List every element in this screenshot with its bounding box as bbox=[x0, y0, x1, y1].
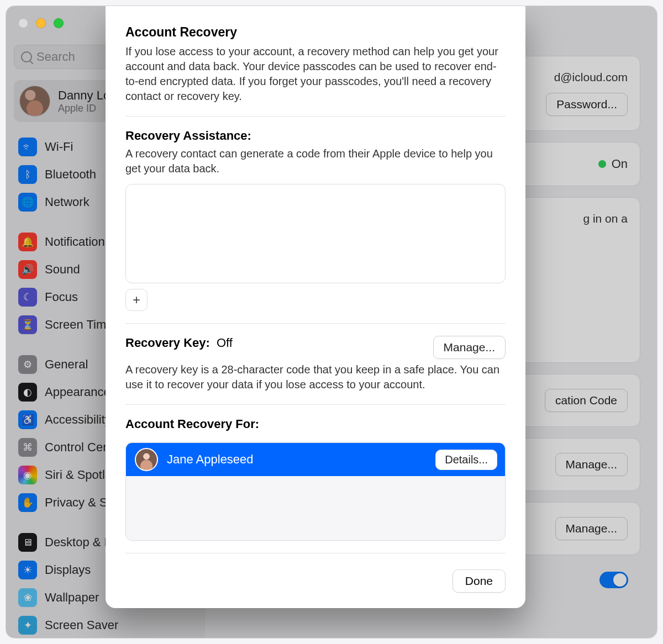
modal-body: If you lose access to your account, a re… bbox=[125, 44, 506, 104]
recovery-key-value: Off bbox=[217, 336, 233, 350]
recovery-assistance-body: A recovery contact can generate a code f… bbox=[125, 146, 506, 176]
add-recovery-contact-button[interactable]: + bbox=[125, 289, 148, 311]
account-recovery-modal: Account Recovery If you lose access to y… bbox=[106, 6, 525, 608]
divider bbox=[125, 116, 506, 117]
manage-recovery-key-button[interactable]: Manage... bbox=[433, 336, 506, 359]
recovery-key-heading: Recovery Key: Off bbox=[125, 336, 233, 350]
contact-details-button[interactable]: Details... bbox=[435, 450, 497, 470]
contact-avatar bbox=[135, 448, 158, 471]
account-recovery-for-list: Jane Appleseed Details... bbox=[125, 442, 506, 541]
minimize-window-button[interactable] bbox=[36, 18, 46, 28]
window-traffic-lights bbox=[18, 18, 64, 28]
plus-icon: + bbox=[133, 292, 140, 308]
contact-name: Jane Appleseed bbox=[167, 452, 254, 467]
modal-title: Account Recovery bbox=[125, 25, 506, 40]
divider bbox=[125, 553, 506, 553]
zoom-window-button[interactable] bbox=[54, 18, 64, 28]
recovery-contacts-list[interactable] bbox=[125, 184, 506, 283]
recovery-assistance-heading: Recovery Assistance: bbox=[125, 129, 506, 143]
account-recovery-for-heading: Account Recovery For: bbox=[125, 417, 506, 431]
divider bbox=[125, 323, 506, 324]
close-window-button[interactable] bbox=[18, 18, 28, 28]
done-button[interactable]: Done bbox=[452, 569, 506, 593]
divider bbox=[125, 404, 506, 405]
recovery-for-contact-row[interactable]: Jane Appleseed Details... bbox=[126, 443, 505, 476]
system-settings-window: Search Danny Lo Apple ID ᯤWi-FiᛒBluetoot… bbox=[6, 6, 657, 638]
recovery-key-body: A recovery key is a 28-character code th… bbox=[125, 362, 506, 392]
